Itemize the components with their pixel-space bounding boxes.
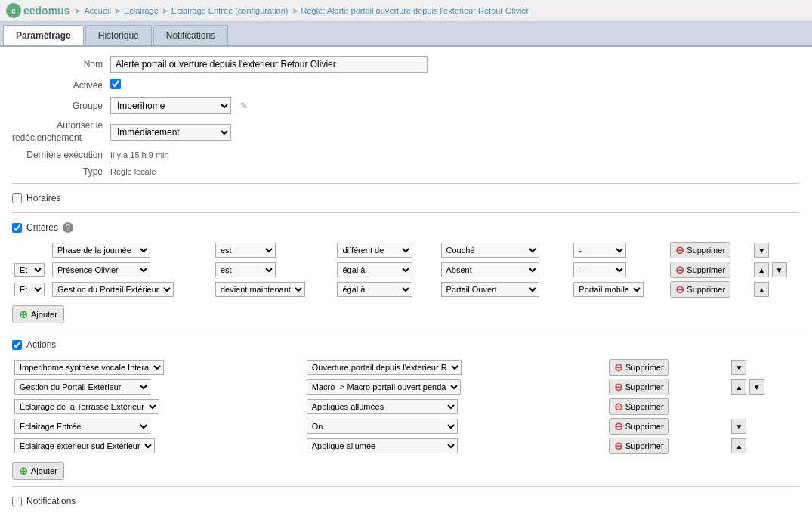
form-row-derniere: Dernière exécution Il y a 15 h 9 min <box>12 150 800 160</box>
action-down-1[interactable]: ▼ <box>749 379 764 395</box>
criteria-col2-2[interactable]: devient maintenant <box>215 282 305 297</box>
groupe-label: Groupe <box>12 101 110 111</box>
actions-checkbox[interactable] <box>12 340 22 350</box>
tab-notifications[interactable]: Notifications <box>153 25 228 45</box>
form-row-activee: Activée <box>12 79 800 91</box>
action-remove-1[interactable]: ⊖ Supprimer <box>609 379 669 395</box>
criteres-label: Critères <box>26 222 58 233</box>
criteria-add-button[interactable]: ⊕ Ajouter <box>12 305 64 323</box>
activee-value <box>110 79 800 91</box>
criteria-col4-1[interactable]: Absent <box>441 262 539 277</box>
groupe-select[interactable]: Imperihome <box>110 98 231 114</box>
notifications-checkbox[interactable] <box>12 497 22 506</box>
form-row-type: Type Règle locale <box>12 166 800 177</box>
criteria-col4-0[interactable]: Couché <box>441 243 539 258</box>
actions-add-label: Ajouter <box>31 466 57 475</box>
tab-historique[interactable]: Historique <box>85 25 152 45</box>
form-row-autoriser: Autoriser le redéclenchement Immédiateme… <box>12 120 800 144</box>
criteria-col2-0[interactable]: est <box>215 243 276 258</box>
nom-input[interactable] <box>110 56 428 73</box>
criteria-col3-2[interactable]: égal à <box>337 282 412 297</box>
action-down-3[interactable]: ▼ <box>731 419 746 434</box>
action-col1-4[interactable]: Eclairage exterieur sud Extérieur <box>14 438 155 453</box>
action-minus-1: ⊖ <box>614 381 623 393</box>
action-col1-3[interactable]: Eclairage Entrée <box>14 419 150 434</box>
divider-2 <box>12 212 800 213</box>
action-remove-3[interactable]: ⊖ Supprimer <box>609 418 669 435</box>
breadcrumb-eclairage[interactable]: Eclairage <box>124 6 159 15</box>
action-col2-3[interactable]: On <box>307 419 458 434</box>
horaires-checkbox[interactable] <box>12 193 22 203</box>
criteria-col4-2[interactable]: Portail Ouvert <box>441 282 539 297</box>
action-col1-2[interactable]: Éclairage de la Terrasse Extérieur <box>14 399 159 414</box>
action-row-2: Éclairage de la Terrasse Extérieur Appli… <box>12 397 800 416</box>
criteria-col5-0[interactable]: - <box>573 243 626 258</box>
breadcrumb-rule[interactable]: Règle: Alerte portail ouverture depuis l… <box>301 6 529 15</box>
action-up-4[interactable]: ▲ <box>731 438 746 453</box>
criteria-down-0[interactable]: ▼ <box>754 243 769 258</box>
derniere-value: Il y a 15 h 9 min <box>110 150 800 160</box>
criteria-col3-0[interactable]: différent de <box>337 243 412 258</box>
type-label: Type <box>12 166 110 177</box>
criteria-col1-2[interactable]: Gestion du Portail Extérieur <box>52 282 174 297</box>
minus-icon-2: ⊖ <box>675 283 684 296</box>
autoriser-label: Autoriser le redéclenchement <box>12 120 110 144</box>
criteria-remove-1[interactable]: ⊖ Supprimer <box>670 262 730 278</box>
breadcrumb-sep-2: ➤ <box>162 6 168 16</box>
criteria-remove-0[interactable]: ⊖ Supprimer <box>670 242 730 258</box>
action-remove-2[interactable]: ⊖ Supprimer <box>609 398 669 415</box>
criteria-col2-1[interactable]: est <box>215 262 276 277</box>
action-col2-4[interactable]: Applique allumée <box>307 438 458 453</box>
tab-parametrage[interactable]: Paramétrage <box>3 25 84 45</box>
minus-icon-0: ⊖ <box>675 244 684 256</box>
action-remove-0[interactable]: ⊖ Supprimer <box>609 359 669 376</box>
action-col1-1[interactable]: Gestion du Portail Extérieur <box>14 379 150 395</box>
action-col2-1[interactable]: Macro -> Macro portail ouvert penda <box>307 379 461 395</box>
plus-icon-actions: ⊕ <box>19 465 28 477</box>
criteria-col5-2[interactable]: Portail mobile <box>573 282 644 297</box>
criteres-help-icon[interactable]: ? <box>63 222 73 233</box>
derniere-text: Il y a 15 h 9 min <box>110 150 169 159</box>
criteria-down-1[interactable]: ▼ <box>772 262 787 277</box>
action-up-1[interactable]: ▲ <box>731 379 746 395</box>
criteria-up-1[interactable]: ▲ <box>754 262 769 277</box>
plus-icon-criteria: ⊕ <box>19 308 28 320</box>
action-down-0[interactable]: ▼ <box>731 360 746 375</box>
main-content: Nom Activée Groupe Imperihome ✎ Autorise… <box>0 47 812 520</box>
action-row-4: Eclairage exterieur sud Extérieur Appliq… <box>12 436 800 456</box>
divider-3 <box>12 330 800 330</box>
edit-icon[interactable]: ✎ <box>240 101 248 111</box>
criteres-checkbox[interactable] <box>12 223 22 233</box>
breadcrumb-config[interactable]: Eclairage Entrée (configuration) <box>171 6 289 15</box>
action-remove-label-4: Supprimer <box>625 441 664 450</box>
breadcrumb: ➤ Accueil ➤ Eclairage ➤ Eclairage Entrée… <box>74 6 529 16</box>
criteria-col3-1[interactable]: égal à <box>337 262 412 277</box>
criteria-col1-0[interactable]: Phase de la journée <box>52 243 150 258</box>
type-value: Règle locale <box>110 166 800 177</box>
action-row-1: Gestion du Portail Extérieur Macro -> Ma… <box>12 377 800 397</box>
actions-add-button[interactable]: ⊕ Ajouter <box>12 462 64 480</box>
action-col2-0[interactable]: Ouverture portail depuis l'exterieur R <box>307 360 462 375</box>
criteria-col5-1[interactable]: - <box>573 262 626 277</box>
breadcrumb-accueil[interactable]: Accueil <box>84 6 110 15</box>
connector-select-1[interactable]: Et <box>14 263 45 277</box>
action-remove-label-2: Supprimer <box>625 402 664 411</box>
type-text: Règle locale <box>110 167 156 176</box>
form-row-groupe: Groupe Imperihome ✎ <box>12 98 800 114</box>
criteria-remove-2[interactable]: ⊖ Supprimer <box>670 281 730 298</box>
action-col1-0[interactable]: Imperihome synthèse vocale Intera <box>14 360 164 375</box>
criteria-row-1: Et Présence Olivier est égal à <box>12 260 800 280</box>
action-minus-4: ⊖ <box>614 440 623 452</box>
criteria-up-2[interactable]: ▲ <box>754 282 769 297</box>
action-col2-2[interactable]: Appliques allumées <box>307 399 458 414</box>
horaires-label: Horaires <box>26 193 60 203</box>
connector-select-2[interactable]: Et <box>14 283 45 296</box>
criteria-col1-1[interactable]: Présence Olivier <box>52 262 150 277</box>
activee-checkbox[interactable] <box>110 79 121 89</box>
autoriser-select[interactable]: Immédiatement <box>110 124 231 141</box>
section-notifications: Notifications <box>12 493 800 509</box>
action-remove-label-0: Supprimer <box>625 363 664 372</box>
action-remove-4[interactable]: ⊖ Supprimer <box>609 438 669 454</box>
actions-table: Imperihome synthèse vocale Intera Ouvert… <box>12 358 800 456</box>
nom-value <box>110 56 800 73</box>
